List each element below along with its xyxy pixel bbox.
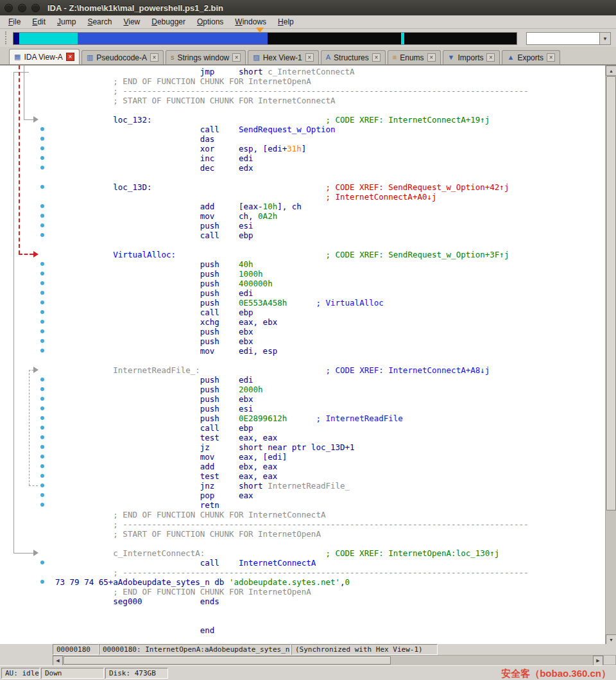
tab-close-icon[interactable]: × — [232, 53, 241, 62]
menu-file[interactable]: File — [3, 16, 26, 28]
listing-line[interactable]: push ebx — [55, 394, 605, 404]
tab-close-icon[interactable]: × — [150, 53, 158, 62]
combobox-value[interactable] — [527, 33, 599, 44]
listing-line[interactable]: ; END OF FUNCTION CHUNK FOR InternetOpen… — [55, 76, 605, 86]
listing-line[interactable]: call SendRequest_w_Option — [55, 125, 605, 134]
scroll-right-icon[interactable]: ▶ — [593, 656, 603, 666]
listing-line[interactable]: xchg eax, ebx — [55, 317, 605, 327]
tab-close-icon[interactable]: × — [547, 53, 555, 62]
menu-help[interactable]: Help — [272, 16, 300, 28]
tab-close-icon[interactable]: × — [372, 53, 381, 62]
listing-line[interactable]: c_InternetConnectA: ; CODE XREF: Interne… — [55, 548, 605, 558]
listing-line[interactable]: push 40h — [55, 259, 605, 269]
listing-line[interactable]: push edi — [55, 375, 605, 385]
listing-line[interactable]: test eax, eax — [55, 471, 605, 481]
tab-imports[interactable]: ▼Imports× — [443, 50, 501, 64]
tab-structures[interactable]: AStructures× — [321, 50, 386, 64]
listing-line[interactable]: jmp short c_InternetConnectA — [55, 67, 605, 76]
horizontal-scrollbar[interactable]: ◀ ▶ — [53, 655, 603, 665]
listing-line[interactable]: push 1000h — [55, 269, 605, 279]
menu-options[interactable]: Options — [191, 16, 229, 28]
listing-line[interactable]: ; --------------------------------------… — [55, 568, 605, 577]
listing-line[interactable] — [55, 173, 605, 182]
tab-close-icon[interactable]: × — [305, 53, 314, 62]
listing-line[interactable]: ; START OF FUNCTION CHUNK FOR InternetOp… — [55, 529, 605, 539]
navigation-band[interactable] — [13, 32, 517, 45]
listing-line[interactable]: push 400000h — [55, 279, 605, 288]
listing-line[interactable]: test eax, eax — [55, 433, 605, 442]
window-button-icon[interactable] — [31, 4, 40, 12]
listing-line[interactable]: ; END OF FUNCTION CHUNK FOR InternetConn… — [55, 510, 605, 519]
listing-line[interactable]: mov ch, 0A2h — [55, 211, 605, 221]
menu-debugger[interactable]: Debugger — [146, 16, 191, 28]
listing-line[interactable] — [55, 606, 605, 616]
toolbar-grip[interactable] — [5, 31, 8, 44]
address-combobox[interactable]: ▼ — [526, 32, 611, 45]
listing-line[interactable]: das — [55, 134, 605, 144]
listing-line[interactable]: push esi — [55, 221, 605, 231]
tab-exports[interactable]: ▲Exports× — [502, 50, 560, 64]
listing-line[interactable]: call ebp — [55, 308, 605, 317]
listing-line[interactable]: push 0E2899612h ; InternetReadFile — [55, 414, 605, 423]
listing-line[interactable] — [55, 240, 605, 250]
window-button-icon[interactable] — [4, 4, 13, 12]
listing-line[interactable] — [55, 616, 605, 625]
menu-edit[interactable]: Edit — [26, 16, 51, 28]
listing-line[interactable]: 73 79 74 65+aAdobeupdate_sytes_n db 'ado… — [55, 577, 605, 587]
listing-line[interactable]: ; --------------------------------------… — [55, 519, 605, 529]
listing-line[interactable]: pop eax — [55, 491, 605, 500]
tab-ida-view-a[interactable]: ▦IDA View-A× — [9, 49, 80, 64]
tab-close-icon[interactable]: × — [486, 53, 495, 62]
menu-windows[interactable]: Windows — [229, 16, 272, 28]
listing-line[interactable]: push 0E553A458h ; VirtualAlloc — [55, 298, 605, 308]
horizontal-scroll-thumb[interactable] — [64, 656, 391, 665]
listing-line[interactable]: call ebp — [55, 231, 605, 240]
listing-line[interactable]: call InternetConnectA — [55, 558, 605, 568]
listing-line[interactable] — [55, 539, 605, 548]
listing-line[interactable]: loc_13D: ; CODE XREF: SendRequest_w_Opti… — [55, 182, 605, 192]
listing-line[interactable]: push ebx — [55, 336, 605, 346]
listing-line[interactable]: InternetReadFile_: ; CODE XREF: Internet… — [55, 365, 605, 375]
vertical-scrollbar[interactable]: ▲ ▼ — [605, 65, 616, 645]
listing-line[interactable] — [55, 356, 605, 365]
listing-line[interactable]: push esi — [55, 404, 605, 414]
listing-line[interactable]: dec edx — [55, 163, 605, 173]
listing-line[interactable]: add [eax-10h], ch — [55, 202, 605, 211]
listing-line[interactable]: ; END OF FUNCTION CHUNK FOR InternetOpen… — [55, 587, 605, 597]
listing-line[interactable]: inc edi — [55, 153, 605, 163]
scroll-up-icon[interactable]: ▲ — [606, 65, 616, 76]
listing-line[interactable]: push 2000h — [55, 385, 605, 394]
listing-line[interactable]: retn — [55, 500, 605, 510]
menu-search[interactable]: Search — [81, 16, 117, 28]
listing-line[interactable]: loc_132: ; CODE XREF: InternetConnectA+1… — [55, 115, 605, 125]
vertical-scroll-thumb[interactable] — [606, 76, 616, 510]
listing-line[interactable]: seg000 ends — [55, 597, 605, 606]
scroll-down-icon[interactable]: ▼ — [606, 634, 616, 645]
tab-hex-view-1[interactable]: ▨Hex View-1× — [248, 50, 319, 64]
listing-line[interactable]: call ebp — [55, 423, 605, 433]
listing-line[interactable]: ; START OF FUNCTION CHUNK FOR InternetCo… — [55, 96, 605, 105]
menu-view[interactable]: View — [117, 16, 146, 28]
combobox-dropdown-button[interactable]: ▼ — [599, 33, 610, 44]
menu-jump[interactable]: Jump — [51, 16, 81, 28]
tab-close-icon[interactable]: × — [66, 53, 74, 61]
tab-pseudocode-a[interactable]: ▥Pseudocode-A× — [81, 50, 164, 64]
scroll-left-icon[interactable]: ◀ — [53, 656, 63, 666]
listing-line[interactable]: xor esp, [edi+31h] — [55, 144, 605, 153]
listing-line[interactable] — [55, 105, 605, 115]
listing-line[interactable]: mov eax, [edi] — [55, 452, 605, 462]
tab-enums[interactable]: ≡Enums× — [388, 50, 441, 64]
window-button-icon[interactable] — [18, 4, 26, 12]
listing-line[interactable]: VirtualAlloc: ; CODE XREF: SendRequest_w… — [55, 250, 605, 259]
tab-close-icon[interactable]: × — [427, 53, 436, 62]
listing-line[interactable]: ; InternetConnectA+A0↓j — [55, 192, 605, 202]
listing-line[interactable]: add ebx, eax — [55, 462, 605, 471]
tab-strings-window[interactable]: sStrings window× — [166, 50, 246, 64]
listing-line[interactable]: ; --------------------------------------… — [55, 86, 605, 96]
listing-line[interactable]: jz short near ptr loc_13D+1 — [55, 442, 605, 452]
listing-line[interactable]: push edi — [55, 288, 605, 298]
listing-line[interactable]: jnz short InternetReadFile_ — [55, 481, 605, 491]
listing-line[interactable]: push ebx — [55, 327, 605, 336]
listing-line[interactable]: end — [55, 625, 605, 635]
window-controls[interactable] — [4, 4, 40, 12]
